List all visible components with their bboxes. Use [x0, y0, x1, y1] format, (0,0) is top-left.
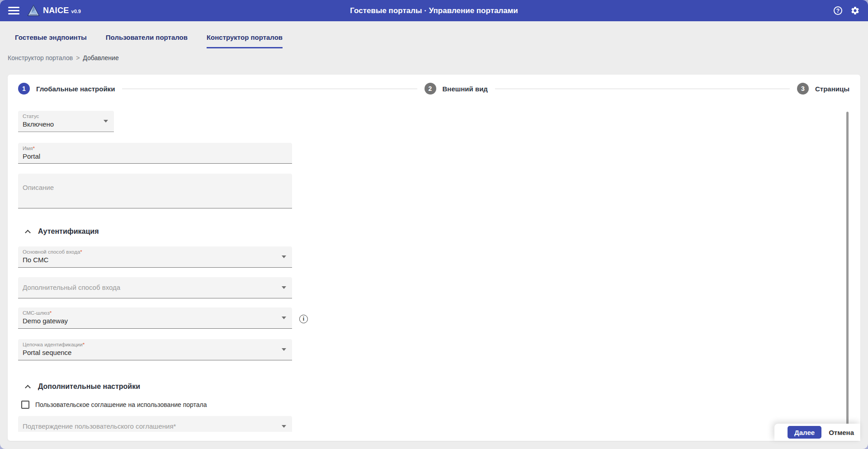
identification-chain-value: Portal sequence	[18, 347, 292, 356]
auth-section-title: Аутентификация	[38, 227, 99, 236]
step-connector	[495, 89, 790, 89]
name-input[interactable]: Имя* Portal	[18, 143, 292, 164]
info-icon[interactable]: i	[299, 315, 308, 323]
status-select[interactable]: Статус Включено	[18, 111, 114, 132]
identification-chain-label: Цепочка идентификации*	[18, 339, 292, 347]
vertical-scrollbar[interactable]	[846, 112, 849, 436]
breadcrumb-current: Добавление	[83, 54, 118, 61]
name-label: Имя*	[18, 143, 292, 151]
status-value: Включено	[18, 119, 114, 128]
content-card: 1 Глобальные настройки 2 Внешний вид 3 С…	[8, 75, 860, 441]
cancel-button[interactable]: Отмена	[829, 429, 854, 436]
user-agreement-checkbox-row[interactable]: Пользовательское соглашение на использов…	[21, 401, 207, 409]
step-1-circle: 1	[18, 83, 30, 95]
hamburger-menu-button[interactable]	[8, 7, 19, 14]
tab-bar: Гостевые эндпоинты Пользователи порталов…	[0, 21, 868, 48]
step-3-circle: 3	[797, 83, 809, 95]
app-logo-icon	[27, 4, 40, 18]
sms-gateway-select[interactable]: СМС-шлюз* Demo gateway	[18, 307, 292, 329]
dropdown-arrow-icon	[282, 286, 286, 289]
next-button[interactable]: Далее	[788, 426, 821, 439]
dropdown-arrow-icon	[282, 348, 286, 351]
extra-section-header: Дополнительные настройки	[26, 383, 140, 391]
app-logo-text: NAICE v0.9	[43, 6, 81, 15]
tab-portal-constructor[interactable]: Конструктор порталов	[207, 33, 283, 48]
app-version: v0.9	[71, 9, 81, 14]
help-icon: ?	[836, 8, 840, 14]
user-agreement-checkbox-label: Пользовательское соглашение на использов…	[35, 401, 207, 408]
step-connector	[122, 89, 417, 89]
app-window: NAICE v0.9 Гостевые порталы · Управление…	[0, 0, 868, 449]
name-value: Portal	[18, 151, 292, 160]
settings-gear-button[interactable]	[850, 6, 860, 15]
sms-gateway-value: Demo gateway	[18, 316, 292, 325]
description-placeholder: Описание	[18, 174, 292, 191]
breadcrumb: Конструктор порталов > Добавление	[0, 48, 868, 61]
page-title: Гостевые порталы · Управление порталами	[0, 6, 868, 15]
action-panel: Далее Отмена	[774, 424, 860, 441]
collapse-chevron-up-icon[interactable]	[25, 385, 31, 391]
dropdown-arrow-icon	[282, 317, 286, 319]
app-name: NAICE	[43, 6, 69, 15]
step-2-circle: 2	[425, 83, 436, 95]
checkbox-unchecked-icon[interactable]	[21, 401, 29, 409]
help-button[interactable]: ?	[834, 6, 842, 15]
step-3-label: Страницы	[815, 85, 849, 93]
form-scroll-area: 1 Глобальные настройки 2 Внешний вид 3 С…	[8, 75, 860, 432]
identification-chain-select[interactable]: Цепочка идентификации* Portal sequence	[18, 339, 292, 360]
primary-login-method-select[interactable]: Основной способ входа* По СМС	[18, 246, 292, 268]
breadcrumb-separator: >	[76, 54, 80, 61]
agreement-confirmation-select[interactable]: Подтверждение пользовательского соглашен…	[18, 416, 292, 432]
required-asterisk: *	[50, 310, 52, 316]
secondary-login-method-select[interactable]: Дополнительный способ входа	[18, 277, 292, 298]
required-asterisk: *	[83, 342, 85, 347]
description-textarea[interactable]: Описание	[18, 174, 292, 208]
dropdown-arrow-icon	[282, 425, 286, 428]
step-2-label: Внешний вид	[443, 85, 488, 93]
status-label: Статус	[18, 111, 114, 119]
collapse-chevron-up-icon[interactable]	[25, 230, 31, 236]
step-1-label: Глобальные настройки	[36, 85, 115, 93]
auth-section-header: Аутентификация	[26, 227, 99, 236]
dropdown-arrow-icon	[104, 120, 108, 123]
breadcrumb-parent-link[interactable]: Конструктор порталов	[8, 54, 73, 61]
primary-login-label: Основной способ входа*	[18, 246, 292, 255]
gear-icon	[851, 7, 859, 14]
secondary-login-placeholder: Дополнительный способ входа	[18, 277, 292, 291]
dropdown-arrow-icon	[282, 255, 286, 258]
primary-login-value: По СМС	[18, 255, 292, 264]
sms-gateway-label: СМС-шлюз*	[18, 307, 292, 316]
required-asterisk: *	[33, 146, 34, 151]
wizard-stepper: 1 Глобальные настройки 2 Внешний вид 3 С…	[8, 75, 860, 95]
required-asterisk: *	[80, 249, 82, 255]
extra-section-title: Дополнительные настройки	[38, 383, 140, 391]
tab-portal-users[interactable]: Пользователи порталов	[106, 33, 188, 48]
tab-guest-endpoints[interactable]: Гостевые эндпоинты	[15, 33, 87, 48]
header-actions: ?	[834, 6, 860, 15]
app-header: NAICE v0.9 Гостевые порталы · Управление…	[0, 0, 868, 21]
agreement-confirmation-placeholder: Подтверждение пользовательского соглашен…	[18, 416, 292, 430]
